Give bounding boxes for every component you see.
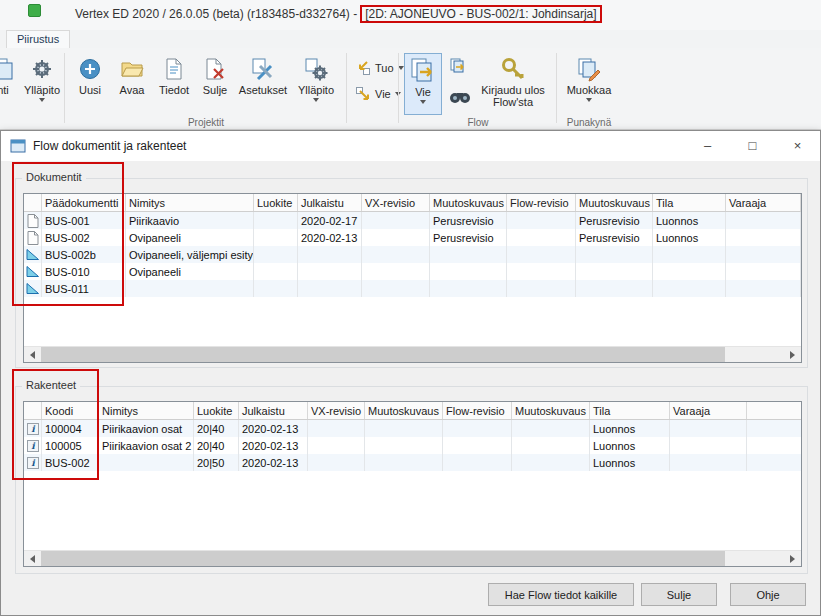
flow-export-small-button[interactable] [446, 56, 470, 76]
asetukset-button[interactable]: Asetukset [236, 53, 290, 115]
scroll-right-button[interactable] [784, 551, 801, 566]
scrollbar-thumb[interactable] [41, 347, 725, 362]
table-row[interactable]: BUS-011 [24, 280, 801, 297]
column-header[interactable]: Tila [590, 402, 670, 419]
maximize-button[interactable]: □ [730, 131, 775, 160]
column-header[interactable]: Nimitys [126, 194, 254, 211]
document-icon [24, 229, 42, 246]
table-row[interactable]: BUS-002Ovipaneeli2020-02-13PerusrevisioP… [24, 229, 801, 246]
table-cell: Ovipaneeli [126, 263, 254, 280]
column-header[interactable]: VX-revisio [362, 194, 430, 211]
scrollbar-track[interactable] [725, 347, 784, 362]
table-row[interactable]: BUS-002bOvipaneeli, väljempi esitys [24, 246, 801, 263]
table-cell [430, 280, 507, 297]
import-arrow-icon [355, 60, 371, 76]
yllapito-left-label: Ylläpito [24, 84, 60, 96]
column-header[interactable]: Tila [653, 194, 726, 211]
uusi-button[interactable]: Uusi [70, 53, 110, 115]
table-cell: Luonnos [590, 437, 670, 454]
hae-flow-tiedot-button[interactable]: Hae Flow tiedot kaikille [488, 583, 634, 606]
yllapito-left-button[interactable]: Ylläpito [20, 53, 64, 115]
table-cell [726, 212, 801, 229]
close-button[interactable]: × [775, 131, 820, 160]
column-header[interactable]: Julkaistu [239, 402, 308, 419]
vie-small-button[interactable]: Vie [352, 84, 404, 104]
column-header[interactable]: Varaaja [726, 194, 801, 211]
column-header[interactable]: Nimitys [99, 402, 194, 419]
scrollbar-track[interactable] [725, 551, 784, 566]
ribbon: nti Ylläpito Projektit Uusi Avaa Tiedot [0, 48, 821, 130]
table-cell [298, 246, 362, 263]
column-header[interactable]: Päädokumentti [42, 194, 126, 211]
scrollbar-thumb[interactable] [41, 551, 725, 566]
table-row[interactable]: BUS-001Piirikaavio2020-02-17Perusrevisio… [24, 212, 801, 229]
column-header[interactable]: Luokite [254, 194, 298, 211]
settings-tools-icon [250, 56, 276, 82]
table-cell [726, 280, 801, 297]
table-cell: BUS-001 [42, 212, 126, 229]
groupbox-dokumentit: Dokumentit PäädokumenttiNimitysLuokiteJu… [15, 178, 808, 368]
vie-flow-button[interactable]: Vie [404, 53, 442, 115]
table-cell [362, 263, 430, 280]
app-titlebar: Vertex ED 2020 / 26.0.05 (beta) (r183485… [0, 0, 821, 30]
table-row[interactable]: i100004Piirikaavion osat20|402020-02-13L… [24, 420, 801, 437]
kirjaudu-ulos-button[interactable]: Kirjaudu ulos Flow'sta [476, 53, 550, 115]
table-cell [308, 420, 365, 437]
table-cell [512, 454, 590, 471]
table-cell: BUS-011 [42, 280, 126, 297]
table-row[interactable]: iBUS-00220|502020-02-13Luonnos [24, 454, 801, 471]
column-header[interactable]: Muutoskuvaus [430, 194, 507, 211]
table-cell: 100005 [42, 437, 99, 454]
sulje-button-dialog[interactable]: Sulje [641, 583, 717, 606]
table-row[interactable]: BUS-010Ovipaneeli [24, 263, 801, 280]
table-cell [507, 246, 576, 263]
table-cell: 2020-02-13 [239, 437, 308, 454]
table-cell: 100004 [42, 420, 99, 437]
table-cell [365, 454, 443, 471]
column-header[interactable]: Koodi [42, 402, 99, 419]
asetukset-label: Asetukset [239, 84, 287, 96]
column-header[interactable]: Varaaja [670, 402, 747, 419]
minimize-button[interactable]: – [685, 131, 730, 160]
column-header[interactable]: VX-revisio [308, 402, 365, 419]
structures-hscrollbar [24, 550, 801, 566]
scroll-right-button[interactable] [784, 347, 801, 362]
dialog-window-icon [10, 138, 26, 156]
table-cell [726, 263, 801, 280]
column-header[interactable]: Flow-revisio [507, 194, 576, 211]
column-header[interactable]: Muutoskuvaus [576, 194, 653, 211]
avaa-button[interactable]: Avaa [112, 53, 152, 115]
yllapito-button[interactable]: Ylläpito [292, 53, 340, 115]
tiedot-button[interactable]: Tiedot [154, 53, 194, 115]
table-cell: Piirikaavio [126, 212, 254, 229]
scroll-left-button[interactable] [24, 551, 41, 566]
scroll-left-button[interactable] [24, 347, 41, 362]
sulje-button[interactable]: Sulje [196, 53, 234, 115]
partial-cut-button[interactable]: nti [0, 53, 22, 115]
table-cell: Perusrevisio [576, 229, 653, 246]
table-cell: Perusrevisio [430, 229, 507, 246]
ohje-button[interactable]: Ohje [730, 583, 806, 606]
table-cell: Ovipaneeli [126, 229, 254, 246]
table-cell [362, 229, 430, 246]
column-header[interactable]: Flow-revisio [443, 402, 512, 419]
group-label-punakyna: Punakynä [558, 117, 620, 128]
app-icon[interactable] [28, 4, 41, 17]
column-header[interactable] [24, 402, 42, 419]
chevron-down-icon [313, 98, 319, 102]
column-header[interactable]: Julkaistu [298, 194, 362, 211]
column-header[interactable]: Muutoskuvaus [365, 402, 443, 419]
tab-piirustus[interactable]: Piirustus [6, 30, 70, 48]
table-row[interactable]: i100005Piirikaavion osat 220|402020-02-1… [24, 437, 801, 454]
app-title: Vertex ED 2020 / 26.0.05 (beta) (r183485… [75, 5, 602, 23]
dialog-titlebar[interactable]: Flow dokumentit ja rakenteet – □ × [1, 131, 820, 161]
new-document-icon [77, 56, 103, 82]
muokkaa-button[interactable]: Muokkaa [562, 53, 616, 115]
column-header[interactable]: Muutoskuvaus [512, 402, 590, 419]
flow-search-button[interactable] [446, 86, 474, 106]
column-header[interactable] [24, 194, 42, 211]
column-header[interactable]: Luokite [194, 402, 239, 419]
triangle-icon [24, 263, 42, 280]
table-cell [254, 263, 298, 280]
binoculars-icon [449, 88, 471, 104]
